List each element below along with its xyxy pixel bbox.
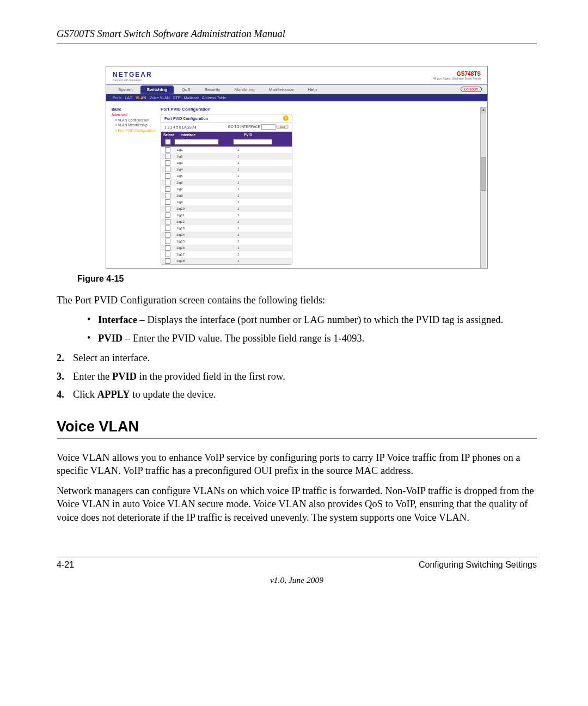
model-name: GS748TS xyxy=(433,71,481,77)
side-vlan-membership[interactable]: » VLAN Membership xyxy=(112,123,156,128)
submenu-stp[interactable]: STP xyxy=(173,96,181,100)
row-interface: 1/g7 xyxy=(174,187,235,191)
row-pvid: 1 xyxy=(235,240,292,243)
submenu-ports[interactable]: Ports xyxy=(113,96,121,100)
row-checkbox[interactable] xyxy=(165,186,170,192)
row-pvid: 1 xyxy=(235,246,292,249)
help-icon[interactable]: ? xyxy=(283,115,289,121)
submenu-lag[interactable]: LAG xyxy=(125,96,132,100)
col-select: Select xyxy=(161,132,179,138)
section-para-1: Voice VLAN allows you to enhance VoIP se… xyxy=(57,451,537,478)
table-row: 1/g41 xyxy=(161,166,292,173)
row-pvid: 1 xyxy=(235,174,292,178)
table-row: 1/g161 xyxy=(161,245,292,251)
mainmenu-system[interactable]: System xyxy=(112,86,139,94)
footer-version: v1.0, June 2009 xyxy=(57,575,537,585)
row-checkbox[interactable] xyxy=(165,226,170,231)
row-checkbox[interactable] xyxy=(165,147,170,153)
row-pvid: 1 xyxy=(235,168,292,171)
table-row: 1/g131 xyxy=(161,225,292,232)
pvid-input[interactable] xyxy=(233,139,272,145)
submenu-voice-vlan[interactable]: Voice VLAN xyxy=(149,96,169,100)
footer-page-num: 4-21 xyxy=(57,560,74,570)
row-interface: 1/g14 xyxy=(174,233,235,236)
row-checkbox[interactable] xyxy=(165,180,170,185)
row-checkbox[interactable] xyxy=(165,173,170,179)
sub-menu: PortsLAGVLANVoice VLANSTPMulticastAddres… xyxy=(106,94,487,101)
unit-selector[interactable]: 1 2 3 4 5 6 LAGS All xyxy=(164,125,197,129)
row-checkbox[interactable] xyxy=(165,167,170,172)
row-interface: 1/g6 xyxy=(174,181,235,184)
side-vlan-configuration[interactable]: » VLAN Configuration xyxy=(112,118,156,123)
row-pvid: 1 xyxy=(235,227,292,230)
mainmenu-maintenance[interactable]: Maintenance xyxy=(262,86,301,94)
mainmenu-switching[interactable]: Switching xyxy=(140,86,174,94)
row-checkbox[interactable] xyxy=(165,199,170,205)
row-interface: 1/g13 xyxy=(174,227,235,230)
embedded-screenshot: NETGEAR Connect with Innovation GS748TS … xyxy=(106,66,488,269)
row-checkbox[interactable] xyxy=(165,239,170,244)
row-checkbox[interactable] xyxy=(165,258,170,264)
scroll-up-button[interactable]: ▲ xyxy=(481,107,486,113)
col-pvid: PVID xyxy=(242,132,292,138)
table-header-row: Select Interface PVID xyxy=(161,132,292,138)
row-interface: 1/g16 xyxy=(174,246,235,249)
row-interface: 1/g18 xyxy=(174,259,235,263)
running-head: GS700TS Smart Switch Software Administra… xyxy=(57,28,537,44)
select-all-checkbox[interactable] xyxy=(165,139,171,145)
section-para-2: Network managers can configure VLANs on … xyxy=(57,484,537,524)
side-advanced[interactable]: Advanced xyxy=(112,112,156,118)
row-checkbox[interactable] xyxy=(165,252,170,257)
row-interface: 1/g15 xyxy=(174,240,235,243)
table-row: 1/g141 xyxy=(161,232,292,238)
row-checkbox[interactable] xyxy=(165,219,170,224)
scrollbar[interactable]: ▲ xyxy=(480,107,486,269)
row-interface: 1/g12 xyxy=(174,220,235,223)
row-pvid: 1 xyxy=(235,253,292,256)
row-interface: 1/g5 xyxy=(174,174,235,178)
scroll-thumb[interactable] xyxy=(481,157,486,191)
interface-input[interactable] xyxy=(174,139,219,145)
row-pvid: 1 xyxy=(235,259,292,263)
footer-chapter: Configuring Switching Settings xyxy=(419,560,537,570)
row-checkbox[interactable] xyxy=(165,212,170,218)
submenu-vlan[interactable]: VLAN xyxy=(136,96,146,100)
goto-interface-input[interactable] xyxy=(261,124,275,130)
intro-text: The Port PVID Configuration screen conta… xyxy=(57,294,537,307)
side-basic[interactable]: Basic xyxy=(112,107,156,112)
logout-button[interactable]: LOGOUT xyxy=(461,87,482,92)
table-row: 1/g181 xyxy=(161,258,292,264)
row-checkbox[interactable] xyxy=(165,160,170,166)
submenu-multicast[interactable]: Multicast xyxy=(183,96,199,100)
bullet-item: Interface – Displays the interface (port… xyxy=(87,313,537,326)
content-title: Port PVID Configuration xyxy=(161,107,476,112)
row-pvid: 1 xyxy=(235,161,292,165)
table-row: 1/g101 xyxy=(161,205,292,212)
goto-interface-label: GO TO INTERFACE xyxy=(228,125,260,129)
row-interface: 1/g2 xyxy=(174,155,235,158)
submenu-address-table[interactable]: Address Table xyxy=(202,96,226,100)
row-interface: 1/g11 xyxy=(174,214,235,217)
row-checkbox[interactable] xyxy=(165,232,170,238)
row-checkbox[interactable] xyxy=(165,154,170,159)
table-row: 1/g121 xyxy=(161,218,292,225)
row-interface: 1/g1 xyxy=(174,148,235,151)
row-checkbox[interactable] xyxy=(165,245,170,251)
row-checkbox[interactable] xyxy=(165,206,170,211)
row-interface: 1/g17 xyxy=(174,253,235,256)
row-checkbox[interactable] xyxy=(165,193,170,198)
row-pvid: 1 xyxy=(235,233,292,236)
go-button[interactable]: GO xyxy=(276,125,289,129)
mainmenu-help[interactable]: Help xyxy=(302,86,323,94)
table-row: 1/g91 xyxy=(161,199,292,205)
row-interface: 1/g4 xyxy=(174,168,235,171)
mainmenu-security[interactable]: Security xyxy=(198,86,226,94)
row-interface: 1/g9 xyxy=(174,200,235,204)
table-row: 1/g31 xyxy=(161,160,292,166)
table-row: 1/g61 xyxy=(161,179,292,186)
mainmenu-monitoring[interactable]: Monitoring xyxy=(228,86,261,94)
main-menu: SystemSwitchingQoSSecurityMonitoringMain… xyxy=(106,84,487,94)
step-item: 2.Select an interface. xyxy=(57,351,537,364)
side-port-pvid[interactable]: » Port PVID Configuration xyxy=(112,128,156,133)
mainmenu-qos[interactable]: QoS xyxy=(175,86,197,94)
